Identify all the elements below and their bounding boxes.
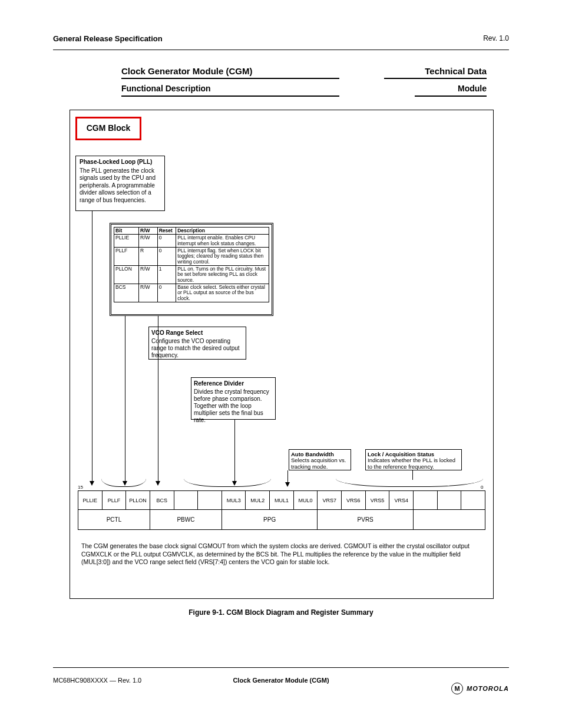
th-desc: Description — [176, 228, 269, 235]
lock-status-body: Indicates whether the PLL is locked to t… — [368, 457, 459, 470]
bit-cell: VRS5 — [365, 491, 389, 510]
cell: R/W — [139, 284, 158, 302]
section-right-rule-2 — [415, 95, 487, 97]
cell: PLLF — [114, 248, 139, 266]
bit-cell: MUL1 — [270, 491, 294, 510]
label-cell: PPG — [222, 510, 318, 530]
cell: R/W — [139, 235, 158, 248]
cell: 0 — [157, 248, 176, 266]
section-subtitle: Functional Description — [121, 84, 211, 93]
motorola-batwing-icon: M — [451, 683, 463, 694]
pll-box: Phase-Locked Loop (PLL) The PLL generate… — [75, 156, 165, 211]
cell: PLLIE — [114, 235, 139, 248]
ref-divider-box: Reference Divider Divides the crystal fr… — [191, 377, 276, 420]
footer-rule — [53, 667, 509, 668]
arrow-head-icon — [156, 481, 160, 486]
vco-range-box: VCO Range Select Configures the VCO oper… — [148, 327, 246, 360]
table-row: BCS R/W 0 Base clock select. Selects eit… — [114, 284, 269, 302]
arrow-line — [287, 470, 288, 482]
arrow-head-icon — [90, 481, 94, 486]
header-left: General Release Specification — [53, 34, 163, 43]
label-cell: PBWC — [150, 510, 222, 530]
th-reset: Reset — [157, 228, 176, 235]
table-row: PLLON R/W 1 PLL on. Turns on the PLL cir… — [114, 266, 269, 284]
label-cell: PCTL — [78, 510, 150, 530]
cell: PLLON — [114, 266, 139, 284]
bit-field-table: PLLIE PLLF PLLON BCS MUL3 MUL2 MUL1 MUL0… — [78, 490, 485, 530]
section-tag-2: Module — [458, 84, 487, 93]
bit-cell: PLLIE — [78, 491, 103, 510]
ref-divider-body: Divides the crystal frequency before pha… — [194, 388, 273, 424]
bit-cell: VRS7 — [318, 491, 342, 510]
lock-status-box: Lock / Acquisition Status Indicates whet… — [365, 449, 462, 470]
arrow-head-icon — [285, 482, 290, 487]
bit-cell: MUL3 — [222, 491, 246, 510]
pll-box-title: Phase-Locked Loop (PLL) — [80, 159, 161, 166]
figure-caption: Figure 9-1. CGM Block Diagram and Regist… — [0, 608, 562, 617]
th-rw: R/W — [139, 228, 158, 235]
section-tag-1: Technical Data — [425, 66, 487, 76]
vco-range-title: VCO Range Select — [151, 330, 243, 337]
cell: 0 — [157, 284, 176, 302]
label-cell: PVRS — [318, 510, 414, 530]
vco-range-body: Configures the VCO operating range to ma… — [151, 338, 243, 359]
bit-cell: VRS6 — [342, 491, 366, 510]
arrow-line — [125, 316, 125, 481]
label-row: PCTL PBWC PPG PVRS — [78, 510, 485, 530]
bit-cell — [461, 491, 485, 510]
table-row: PLLF R 0 PLL interrupt flag. Set when LO… — [114, 248, 269, 266]
cell: 0 — [157, 235, 176, 248]
section-rule-2 — [121, 95, 339, 97]
bit-row: PLLIE PLLF PLLON BCS MUL3 MUL2 MUL1 MUL0… — [78, 491, 485, 510]
auto-bandwidth-box: Auto Bandwidth Selects acquisition vs. t… — [289, 449, 351, 470]
bit-cell: VRS4 — [389, 491, 414, 510]
label-cell — [413, 510, 485, 530]
section-rule-1 — [121, 78, 339, 79]
th-bit: Bit — [114, 228, 139, 235]
section-title: Clock Generator Module (CGM) — [121, 66, 253, 76]
figure-body-text: The CGM generates the base clock signal … — [81, 542, 481, 566]
bit-number-left: 15 — [78, 485, 83, 490]
cell: 1 — [157, 266, 176, 284]
pll-box-body: The PLL generates the clock signals used… — [80, 167, 161, 205]
bit-cell — [413, 491, 437, 510]
table-row: PLLIE R/W 0 PLL interrupt enable. Enable… — [114, 235, 269, 248]
header-rule — [53, 50, 509, 50]
bit-number-right: 0 — [481, 485, 483, 490]
cgm-block-label: CGM Block — [75, 117, 141, 140]
bit-cell: PLLF — [102, 491, 126, 510]
bit-cell — [174, 491, 198, 510]
bit-cell — [198, 491, 222, 510]
bit-cell: MUL2 — [246, 491, 270, 510]
arrow-line — [234, 420, 235, 481]
cell: BCS — [114, 284, 139, 302]
cell: R/W — [139, 266, 158, 284]
motorola-logo: M MOTOROLA — [451, 683, 509, 694]
cell: R — [139, 248, 158, 266]
bit-cell: BCS — [150, 491, 174, 510]
bit-cell: MUL0 — [293, 491, 318, 510]
cell: Base clock select. Selects either crysta… — [176, 284, 269, 302]
section-right-rule-1 — [384, 78, 487, 79]
control-register-table: Bit R/W Reset Description PLLIE R/W 0 PL… — [110, 223, 273, 316]
header-right: Rev. 1.0 — [483, 34, 509, 42]
cell: PLL interrupt enable. Enables CPU interr… — [176, 235, 269, 248]
bit-cell: PLLON — [126, 491, 150, 510]
bit-cell — [437, 491, 461, 510]
ref-divider-title: Reference Divider — [194, 380, 273, 387]
auto-bandwidth-body: Selects acquisition vs. tracking mode. — [291, 457, 349, 470]
arrow-line — [92, 211, 92, 481]
cell: PLL on. Turns on the PLL circuitry. Must… — [176, 266, 269, 284]
motorola-logo-text: MOTOROLA — [467, 685, 509, 692]
cell: PLL interrupt flag. Set when LOCK bit to… — [176, 248, 269, 266]
arrow-line — [158, 316, 158, 481]
